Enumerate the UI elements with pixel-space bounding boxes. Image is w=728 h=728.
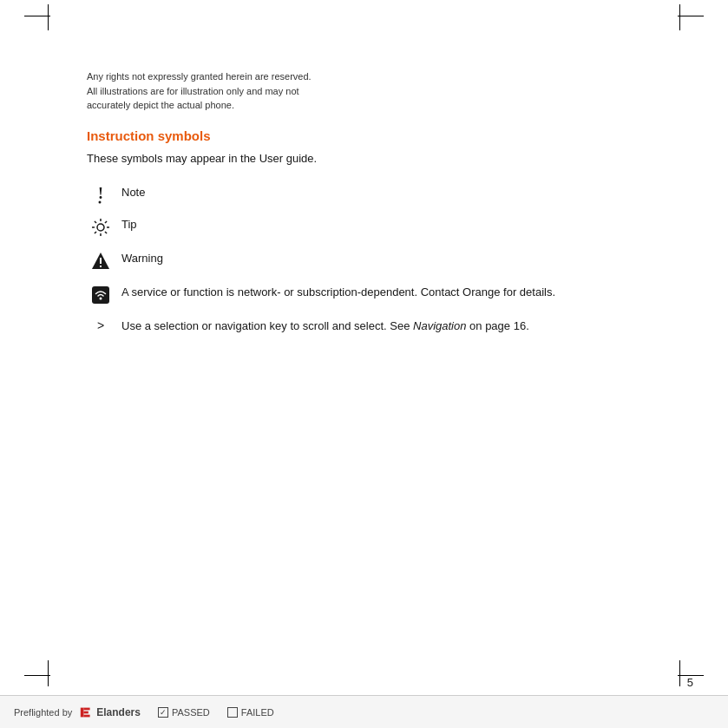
disclaimer-line3: accurately depict the actual phone. (87, 100, 234, 110)
network-icon (87, 285, 115, 305)
svg-rect-19 (84, 714, 90, 717)
section-heading: Instruction symbols (87, 128, 693, 143)
trim-mark-tl-h (24, 16, 50, 16)
trim-mark-tr-v (679, 4, 680, 30)
warning-icon (87, 251, 115, 272)
symbol-item-note: ! Note (87, 184, 693, 204)
symbol-item-network: A service or function is network- or sub… (87, 284, 693, 305)
svg-rect-12 (100, 258, 102, 264)
svg-rect-16 (81, 707, 84, 717)
footer-bar: Preflighted by Elanders ✓ PASSED FAILED (0, 695, 728, 728)
elanders-logo-icon (79, 705, 95, 720)
svg-line-9 (95, 232, 96, 233)
trim-mark-br-v (679, 660, 680, 686)
intro-paragraph: These symbols may appear in the User gui… (87, 150, 693, 167)
svg-point-2 (97, 224, 104, 231)
disclaimer-line2: All illustrations are for illustration o… (87, 86, 299, 96)
arrow-text-part1: Use a selection or navigation key to scr… (121, 319, 413, 332)
network-label: A service or function is network- or sub… (115, 284, 555, 301)
footer-passed-section: ✓ PASSED (158, 707, 210, 718)
trim-mark-bl-v (48, 660, 49, 686)
trim-mark-bl-h (24, 675, 50, 676)
svg-rect-13 (100, 266, 102, 267)
arrow-text-part2: on page 16. (466, 319, 528, 332)
symbol-list: ! Note (87, 184, 693, 335)
tip-label: Tip (115, 216, 137, 233)
failed-label: FAILED (241, 707, 274, 718)
preflighted-by-text: Preflighted by (14, 707, 72, 718)
arrow-text-italic: Navigation (413, 319, 466, 332)
symbol-item-arrow: > Use a selection or navigation key to s… (87, 318, 693, 335)
warning-label: Warning (115, 250, 163, 267)
svg-point-15 (100, 298, 102, 300)
note-icon: ! (87, 185, 115, 204)
passed-checkbox: ✓ (158, 707, 168, 718)
page-content: Any rights not expressly granted herein … (87, 35, 693, 659)
tip-icon (87, 217, 115, 238)
symbol-item-warning: Warning (87, 250, 693, 272)
disclaimer-text: Any rights not expressly granted herein … (87, 69, 693, 113)
svg-line-7 (95, 221, 96, 223)
svg-line-10 (105, 221, 107, 223)
note-label: Note (115, 184, 145, 201)
arrow-label: Use a selection or navigation key to scr… (115, 318, 529, 335)
svg-text:!: ! (98, 185, 103, 202)
svg-line-8 (105, 232, 107, 233)
elanders-logo: Elanders (79, 705, 141, 720)
elanders-brand-text: Elanders (96, 706, 141, 718)
symbol-item-tip: Tip (87, 216, 693, 238)
arrow-chevron: > (97, 318, 104, 332)
disclaimer-line1: Any rights not expressly granted herein … (87, 71, 312, 82)
passed-label: PASSED (172, 707, 210, 718)
trim-mark-tr-h (678, 16, 704, 16)
arrow-icon: > (87, 318, 115, 332)
svg-rect-17 (84, 707, 90, 710)
trim-mark-tl-v (48, 4, 49, 30)
footer-failed-section: FAILED (227, 707, 274, 718)
failed-checkbox (227, 707, 238, 718)
page-number: 5 (687, 676, 693, 689)
svg-rect-18 (84, 711, 89, 713)
svg-point-1 (99, 201, 102, 204)
